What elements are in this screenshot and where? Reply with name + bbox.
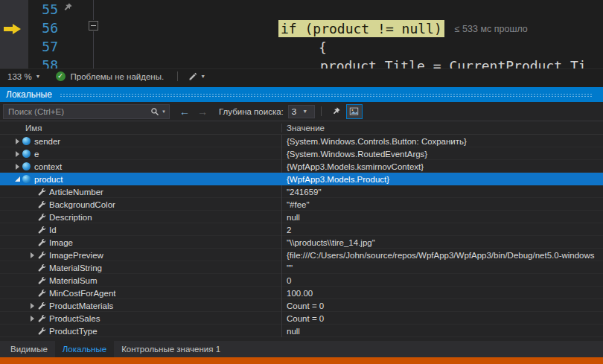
expander-collapsed-icon[interactable] [13,147,22,160]
table-row[interactable]: MinCostForAgent 100.00 [0,287,603,299]
line-number: 55 [27,1,58,19]
variable-name: context [34,162,62,171]
pin-column-button[interactable] [328,104,345,119]
panel-title: Локальные [6,89,52,100]
variable-value: null [287,327,300,336]
search-back-button[interactable]: ← [176,104,194,119]
current-statement-arrow-icon [4,24,21,34]
wrench-property-icon [37,325,49,337]
wrench-property-icon [37,249,49,261]
zoom-level: 133 % [7,72,32,81]
variable-value: Count = 0 [287,301,324,310]
search-input[interactable] [8,107,147,116]
expander-collapsed-icon[interactable] [13,135,22,147]
drag-grip [60,93,593,98]
wrench-property-icon [37,274,49,287]
picture-icon [349,106,359,116]
indent-guide [93,31,94,68]
line-number: 58 [27,57,58,68]
expander-collapsed-icon[interactable] [28,249,37,261]
table-row[interactable]: context {WpfApp3.Models.ksmirnovContext} [0,160,603,173]
variable-name: BackgroundColor [49,200,115,209]
locals-toolbar: ▼ ← → Глубина поиска: 3 ▼ [0,102,603,121]
divider [321,106,322,116]
table-row[interactable]: ImagePreview {file:///C:/Users/John/sour… [0,249,603,261]
table-header: Имя Значение [0,121,603,135]
expander-collapsed-icon[interactable] [28,299,37,312]
depth-value: 3 [292,107,296,116]
table-row[interactable]: product {WpfApp3.Models.Product} [0,173,603,185]
line-number: 57 [27,38,58,56]
table-row[interactable]: Description null [0,211,603,223]
tab-locals[interactable]: Локальные [55,341,114,357]
table-row[interactable]: ProductSales Count = 0 [0,312,603,325]
pin-icon[interactable] [63,2,73,13]
table-row[interactable]: BackgroundColor "#fee" [0,198,603,211]
variable-name: Id [49,226,57,234]
breakpoint-margin[interactable] [0,0,28,68]
wrench-property-icon [37,211,49,223]
table-row[interactable]: ProductMaterials Count = 0 [0,299,603,312]
depth-select[interactable]: 3 ▼ [288,105,315,118]
variable-value: {WpfApp3.Models.ksmirnovContext} [287,162,424,171]
table-row[interactable]: ProductType null [0,325,603,337]
chevron-down-icon[interactable]: ▼ [162,109,166,114]
pencil-icon [188,72,197,81]
column-header-value: Значение [282,124,603,132]
code-fold-toggle[interactable] [89,21,98,31]
wrench-property-icon [37,185,49,198]
tool-window-tabbar: Видимые Локальные Контрольные значения 1 [0,341,603,357]
chevron-down-icon: ▼ [302,109,307,114]
current-statement: if (product != null) [278,20,444,37]
search-icon[interactable] [150,107,159,116]
table-row[interactable]: sender {System.Windows.Controls.Button: … [0,135,603,147]
object-icon [22,135,34,147]
wrench-property-icon [37,223,49,236]
variable-value: {System.Windows.RoutedEventArgs} [287,150,427,159]
debug-status-bar [0,357,603,364]
tab-autos[interactable]: Видимые [3,341,55,357]
variable-value: Count = 0 [287,314,324,323]
wrench-property-icon [37,236,49,249]
variable-name: ArticleNumber [49,188,103,197]
table-row[interactable]: MaterialString "" [0,261,603,274]
variable-name: ProductMaterials [49,301,113,310]
variable-value: "241659" [287,188,322,197]
variable-name: ProductSales [49,314,100,323]
code-editor[interactable]: 55 56 57 58 if (product != null) ≤ 533 м… [0,0,603,68]
table-row[interactable]: ArticleNumber "241659" [0,185,603,198]
table-row[interactable]: Id 2 [0,223,603,236]
check-icon: ✓ [56,71,66,81]
debugger-window: 55 56 57 58 if (product != null) ≤ 533 м… [0,0,603,364]
variable-name: sender [34,137,60,146]
chevron-down-icon: ▼ [200,74,205,79]
expander-collapsed-icon[interactable] [28,312,37,325]
search-forward-button[interactable]: → [194,104,211,119]
table-row[interactable]: Image "\\products\\tire_14.jpg" [0,236,603,249]
variable-name: Image [49,238,73,247]
code-text: product.Title = CurrentProduct.Ti [320,57,587,68]
edit-actions-button[interactable]: ▼ [184,72,210,81]
table-row[interactable]: MaterialSum 0 [0,274,603,287]
variable-name: MaterialString [49,264,102,272]
table-row[interactable]: e {System.Windows.RoutedEventArgs} [0,147,603,160]
pushpin-icon [331,106,341,116]
wrench-property-icon [37,261,49,274]
variable-value: 100.00 [287,289,313,298]
code-health-indicator[interactable]: ✓ Проблемы не найдены. [48,71,172,81]
expander-collapsed-icon[interactable] [13,160,22,173]
locals-table-body: sender {System.Windows.Controls.Button: … [0,135,603,337]
expander-expanded-icon[interactable] [13,173,22,185]
variable-name: ProductType [49,327,98,336]
search-box[interactable]: ▼ [3,104,170,119]
code-text: { [319,38,327,57]
locals-panel-header[interactable]: Локальные [0,87,603,102]
tab-watch1[interactable]: Контрольные значения 1 [114,341,228,357]
variable-value: 0 [287,276,291,285]
wrench-property-icon [37,299,49,312]
zoom-control[interactable]: 133 % ▼ [0,72,48,81]
perf-tip[interactable]: ≤ 533 мс прошло [455,24,528,34]
object-icon [22,173,34,185]
image-preview-button[interactable] [346,104,363,119]
line-number: 56 [27,19,58,37]
